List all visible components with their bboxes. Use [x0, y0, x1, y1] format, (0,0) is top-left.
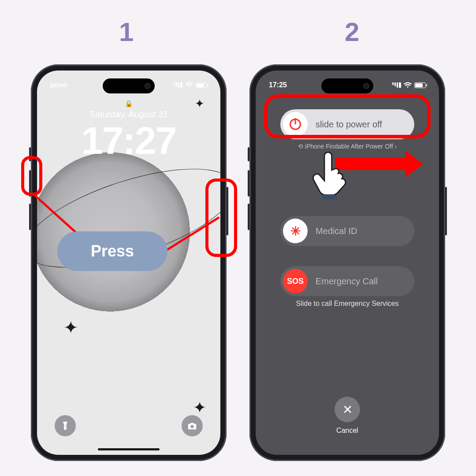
lockscreen-time: 17:27: [37, 118, 220, 163]
sparkle-icon: ✦: [193, 398, 206, 417]
wifi-icon: [404, 82, 412, 88]
medical-id-label: Medical ID: [316, 226, 357, 236]
sparkle-icon: ✦: [63, 317, 78, 338]
step-number-2: 2: [345, 17, 359, 47]
sos-knob[interactable]: SOS: [283, 269, 308, 294]
cancel-label: Cancel: [256, 427, 439, 435]
sparkle-icon: ✦: [195, 97, 205, 111]
battery-icon: [414, 82, 426, 88]
power-slider-highlight: [264, 94, 431, 138]
status-bar: 17:25: [256, 81, 439, 89]
wifi-icon: [185, 82, 193, 88]
battery-icon: [196, 82, 207, 88]
medical-id-slider[interactable]: ✳ Medical ID: [280, 216, 414, 246]
mute-switch[interactable]: [248, 147, 249, 161]
camera-icon: [187, 421, 197, 431]
cellular-signal-icon: [392, 82, 401, 88]
press-annotation: Press: [57, 231, 167, 271]
emergency-hint: Slide to call Emergency Services: [256, 300, 439, 308]
volume-down-button[interactable]: [29, 204, 31, 230]
cellular-signal-icon: [174, 82, 182, 88]
status-bar: povo: [37, 81, 220, 89]
volume-down-button[interactable]: [248, 204, 249, 230]
flashlight-icon: [60, 421, 70, 431]
medical-id-knob[interactable]: ✳: [283, 219, 308, 243]
pointing-hand-icon: [309, 149, 351, 202]
side-button[interactable]: [445, 187, 447, 235]
volume-button-highlight: [21, 156, 42, 196]
status-time: 17:25: [269, 81, 287, 89]
flashlight-button[interactable]: [55, 415, 76, 436]
svg-rect-0: [322, 194, 337, 199]
carrier-label: povo: [50, 81, 67, 89]
emergency-sos-slider[interactable]: SOS Emergency Call: [280, 266, 414, 296]
step-number-1: 1: [119, 17, 134, 47]
emergency-call-label: Emergency Call: [316, 276, 378, 286]
home-indicator[interactable]: [98, 448, 160, 450]
cancel-button[interactable]: ✕: [335, 397, 360, 422]
lock-icon: 🔒: [125, 100, 133, 108]
close-icon: ✕: [342, 402, 353, 417]
volume-up-button[interactable]: [248, 170, 249, 197]
camera-button[interactable]: [182, 415, 203, 436]
side-button-highlight: [205, 178, 237, 257]
